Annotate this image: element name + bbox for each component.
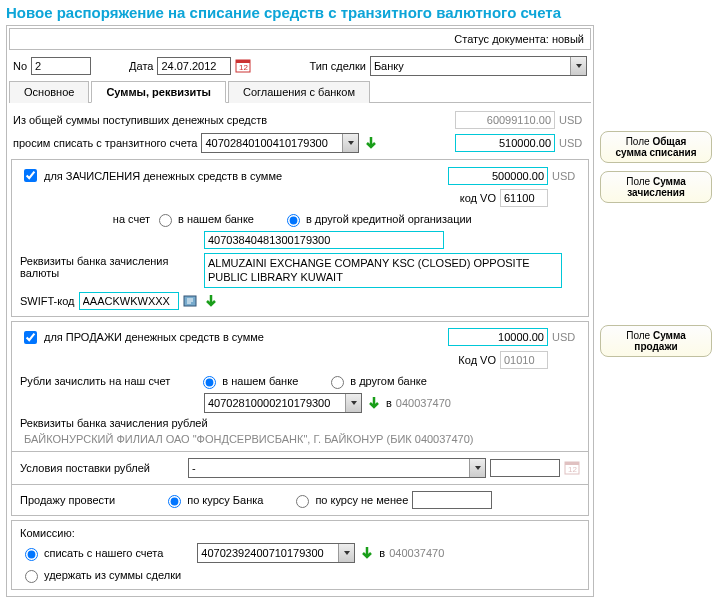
radio-our-bank[interactable]: в нашем банке — [154, 211, 254, 227]
lookup-icon[interactable] — [183, 293, 199, 309]
credit-label: для ЗАЧИСЛЕНИЯ денежных средств в сумме — [44, 170, 282, 182]
radio-rate-min[interactable]: по курсу не менее — [291, 492, 408, 508]
rub-account-label: Рубли зачислить на наш счет — [20, 375, 170, 387]
commission-group: Комиссию: списать с нашего счета в 04003… — [11, 520, 589, 590]
no-label: No — [13, 60, 27, 72]
credit-bank-details[interactable]: ALMUZAINI EXCHANGE COMPANY KSC (CLOSED) … — [204, 253, 562, 288]
deal-type-label: Тип сделки — [309, 60, 365, 72]
transit-account-dropdown[interactable] — [201, 133, 359, 153]
page-title: Новое распоряжение на списание средств с… — [0, 0, 722, 23]
terms-label: Условия поставки рублей — [20, 462, 150, 474]
vo-label: код VO — [460, 192, 496, 204]
comm-account-dropdown[interactable] — [197, 543, 355, 563]
account-label: на счет — [20, 213, 150, 225]
total-sum-value — [455, 111, 555, 129]
status-bar: Статус документа: новый — [9, 28, 591, 50]
total-sum-label: Из общей суммы поступивших денежных сред… — [13, 114, 267, 126]
rate-min-input[interactable] — [412, 491, 492, 509]
commission-label: Комиссию: — [20, 527, 75, 539]
radio-rub-other[interactable]: в другом банке — [326, 373, 427, 389]
tab-sums[interactable]: Суммы, реквизиты — [91, 81, 226, 103]
radio-other-bank[interactable]: в другой кредитной организации — [282, 211, 472, 227]
credit-bank-label: Реквизиты банка зачисления валюты — [20, 253, 200, 279]
transit-currency: USD — [559, 137, 587, 149]
transit-sum-input[interactable] — [455, 134, 555, 152]
chevron-down-icon[interactable] — [342, 134, 358, 152]
comm-bik: 040037470 — [389, 547, 444, 559]
callout-total-write: Поле Общая сумма списания — [600, 131, 712, 163]
deal-type-dropdown[interactable] — [370, 56, 587, 76]
arrow-down-icon[interactable] — [203, 293, 219, 309]
callout-sale-sum: Поле Сумма продажи — [600, 325, 712, 357]
chevron-down-icon[interactable] — [469, 459, 485, 477]
in-label: в — [386, 397, 392, 409]
radio-rub-our[interactable]: в нашем банке — [198, 373, 298, 389]
svg-text:12: 12 — [239, 63, 248, 72]
swift-input[interactable] — [79, 292, 179, 310]
sale-currency: USD — [552, 331, 580, 343]
vo-value — [500, 189, 548, 207]
sale-group: для ПРОДАЖИ денежных средств в сумме USD… — [11, 321, 589, 516]
calendar-icon[interactable]: 12 — [564, 460, 580, 476]
credit-group: для ЗАЧИСЛЕНИЯ денежных средств в сумме … — [11, 159, 589, 317]
credit-currency: USD — [552, 170, 580, 182]
transit-label: просим списать с транзитного счета — [13, 137, 197, 149]
arrow-down-icon[interactable] — [363, 135, 379, 151]
status-label: Статус документа: — [454, 33, 549, 45]
chevron-down-icon[interactable] — [570, 57, 586, 75]
svg-text:12: 12 — [568, 465, 577, 474]
rub-account-dropdown[interactable] — [204, 393, 362, 413]
exec-label: Продажу провести — [20, 494, 115, 506]
date-input[interactable] — [157, 57, 231, 75]
credit-checkbox[interactable] — [24, 169, 37, 182]
total-sum-currency: USD — [559, 114, 587, 126]
sale-vo-value — [500, 351, 548, 369]
tab-agreements[interactable]: Соглашения с банком — [228, 81, 370, 103]
chevron-down-icon[interactable] — [338, 544, 354, 562]
tabs: Основное Суммы, реквизиты Соглашения с б… — [9, 78, 591, 103]
sale-vo-label: Код VO — [458, 354, 496, 366]
rub-bank-details: БАЙКОНУРСКИЙ ФИЛИАЛ ОАО "ФОНДСЕРВИСБАНК"… — [20, 433, 474, 445]
status-value: новый — [552, 33, 584, 45]
callout-credit-sum: Поле Сумма зачисления — [600, 171, 712, 203]
sale-sum-input[interactable] — [448, 328, 548, 346]
credit-sum-input[interactable] — [448, 167, 548, 185]
main-panel: Статус документа: новый No Дата 12 Тип с… — [6, 25, 594, 597]
no-input[interactable] — [31, 57, 91, 75]
rub-bank-label: Реквизиты банка зачисления рублей — [20, 417, 208, 429]
radio-comm-hold[interactable]: удержать из суммы сделки — [20, 567, 181, 583]
radio-comm-write[interactable]: списать с нашего счета — [20, 545, 163, 561]
date-label: Дата — [129, 60, 153, 72]
radio-rate-bank[interactable]: по курсу Банка — [163, 492, 263, 508]
arrow-down-icon[interactable] — [366, 395, 382, 411]
swift-label: SWIFT-код — [20, 295, 75, 307]
arrow-down-icon[interactable] — [359, 545, 375, 561]
rub-bik: 040037470 — [396, 397, 451, 409]
sale-checkbox[interactable] — [24, 331, 37, 344]
calendar-icon[interactable]: 12 — [235, 58, 251, 74]
tab-main[interactable]: Основное — [9, 81, 89, 103]
in-label: в — [379, 547, 385, 559]
credit-account-input[interactable] — [204, 231, 444, 249]
terms-dropdown[interactable] — [188, 458, 486, 478]
terms-date-input[interactable] — [490, 459, 560, 477]
sale-label: для ПРОДАЖИ денежных средств в сумме — [44, 331, 264, 343]
chevron-down-icon[interactable] — [345, 394, 361, 412]
